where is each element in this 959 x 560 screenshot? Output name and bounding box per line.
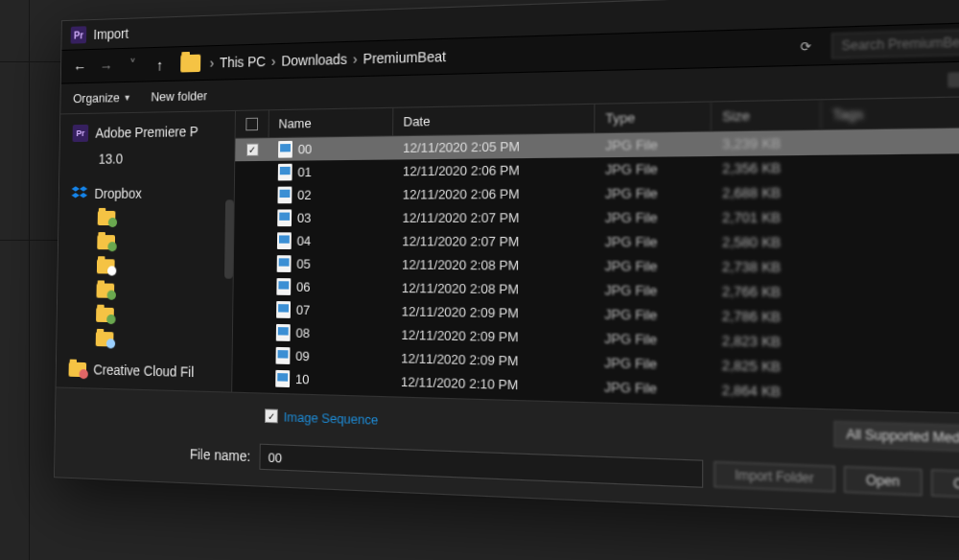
filename-label: File name:: [190, 446, 250, 464]
select-all-checkbox[interactable]: [246, 118, 258, 131]
sidebar-item-creative-cloud[interactable]: Creative Cloud Fil: [57, 356, 232, 385]
file-name: 07: [296, 302, 311, 317]
search-input[interactable]: Search PremiumBeat: [831, 28, 959, 59]
folder-icon: [96, 332, 114, 347]
crumb-this-pc[interactable]: This PC: [220, 54, 266, 71]
sidebar-item-folder[interactable]: [58, 230, 234, 255]
view-options-icon[interactable]: [947, 72, 959, 87]
sidebar-item-folder[interactable]: [58, 302, 233, 329]
sidebar-item-label: 13.0: [99, 151, 123, 166]
file-name: 06: [296, 279, 311, 294]
sidebar-item-folder[interactable]: [58, 205, 233, 230]
svg-marker-3: [80, 193, 87, 198]
file-date: 12/11/2020 2:08 PM: [392, 280, 595, 297]
file-size: 2,701 KB: [712, 209, 822, 225]
sidebar-scrollbar[interactable]: [224, 199, 234, 278]
col-type[interactable]: Type: [595, 103, 712, 133]
folder-icon: [97, 259, 115, 273]
sidebar-item-label: Dropbox: [94, 186, 141, 201]
file-type: JPG File: [595, 210, 712, 226]
sidebar-item-label: Adobe Premiere P: [95, 124, 198, 141]
chevron-right-icon: ›: [353, 51, 358, 67]
nav-up-button[interactable]: ↑: [148, 51, 172, 77]
premiere-icon: Pr: [73, 125, 89, 142]
file-date: 12/11/2020 2:06 PM: [392, 186, 595, 202]
file-size: 2,825 KB: [711, 357, 821, 375]
nav-forward-button[interactable]: →: [95, 53, 118, 79]
file-name: 10: [295, 371, 310, 386]
nav-back-button[interactable]: ←: [68, 54, 91, 80]
col-tags[interactable]: Tags: [821, 96, 959, 129]
sidebar-item-premiere[interactable]: Pr Adobe Premiere P: [60, 117, 235, 147]
file-size: 3,239 KB: [712, 134, 822, 152]
file-size: 2,766 KB: [712, 283, 822, 300]
file-type: JPG File: [595, 160, 712, 177]
file-size: 2,864 KB: [711, 382, 821, 401]
image-sequence-label[interactable]: Image Sequence: [284, 408, 379, 427]
cancel-button[interactable]: Cancel: [931, 470, 959, 501]
nav-recent-button[interactable]: ˅: [121, 52, 145, 78]
file-list: Name Date Type Size Tags ✓0012/11/2020 2…: [232, 96, 959, 414]
file-size: 2,786 KB: [712, 308, 822, 326]
folder-icon: [98, 211, 116, 225]
file-size: 2,580 KB: [712, 234, 822, 250]
file-type: JPG File: [594, 379, 711, 398]
file-size: 2,688 KB: [712, 184, 822, 200]
file-name: 09: [295, 348, 310, 363]
row-checkbox[interactable]: ✓: [246, 143, 258, 156]
file-date: 12/11/2020 2:06 PM: [393, 162, 595, 179]
crumb-premiumbeat[interactable]: PremiumBeat: [363, 48, 447, 66]
chevron-right-icon: ›: [210, 55, 215, 70]
file-icon: [277, 187, 292, 204]
dropbox-icon: [71, 186, 87, 201]
file-icon: [278, 164, 292, 181]
file-type: JPG File: [595, 258, 712, 274]
file-icon: [275, 370, 290, 387]
crumb-downloads[interactable]: Downloads: [281, 51, 347, 68]
file-type: JPG File: [595, 136, 712, 153]
file-row[interactable]: 0312/11/2020 2:07 PMJPG File2,701 KB: [234, 204, 959, 230]
file-name: 05: [296, 256, 311, 271]
file-icon: [277, 209, 292, 226]
file-size: 2,738 KB: [712, 259, 822, 276]
file-name: 03: [297, 210, 312, 225]
breadcrumb-refresh-icon[interactable]: ⟳: [794, 38, 818, 54]
breadcrumb: › This PC › Downloads › PremiumBeat: [210, 48, 447, 70]
filename-input[interactable]: [260, 444, 703, 488]
file-name: 02: [297, 187, 311, 202]
image-sequence-checkbox[interactable]: ✓: [265, 408, 278, 423]
organize-button[interactable]: Organize ▼: [73, 90, 131, 105]
svg-marker-0: [72, 186, 80, 192]
file-date: 12/11/2020 2:07 PM: [392, 234, 595, 250]
new-folder-button[interactable]: New folder: [151, 88, 207, 104]
file-row[interactable]: 0212/11/2020 2:06 PMJPG File2,688 KB: [235, 178, 959, 206]
col-size[interactable]: Size: [712, 100, 822, 130]
file-type-filter[interactable]: All Supported Media: [833, 421, 959, 454]
import-folder-button[interactable]: Import Folder: [713, 461, 835, 492]
file-size: 2,823 KB: [711, 333, 821, 351]
file-icon: [277, 232, 292, 249]
file-icon: [278, 141, 292, 158]
premiere-app-icon: Pr: [71, 26, 87, 43]
open-button[interactable]: Open: [844, 466, 922, 496]
sidebar-item-dropbox[interactable]: Dropbox: [59, 180, 234, 206]
file-name: 04: [297, 233, 312, 248]
folder-icon: [97, 235, 115, 249]
file-name: 01: [297, 165, 311, 180]
col-name[interactable]: Name: [269, 108, 394, 137]
sidebar-item-folder[interactable]: [58, 278, 233, 305]
file-date: 12/11/2020 2:08 PM: [392, 257, 595, 274]
sidebar-item-version[interactable]: 13.0: [59, 145, 234, 172]
file-icon: [275, 347, 290, 364]
file-date: 12/11/2020 2:05 PM: [393, 138, 595, 156]
file-name: 00: [298, 142, 312, 157]
sidebar-item-folder[interactable]: [58, 254, 233, 280]
file-name: 08: [296, 325, 311, 340]
folder-icon: [96, 308, 114, 322]
file-type: JPG File: [595, 185, 712, 201]
folder-icon: [180, 55, 200, 73]
file-icon: [276, 324, 291, 341]
col-date[interactable]: Date: [393, 105, 595, 135]
file-type: JPG File: [594, 282, 711, 299]
file-icon: [276, 278, 291, 295]
